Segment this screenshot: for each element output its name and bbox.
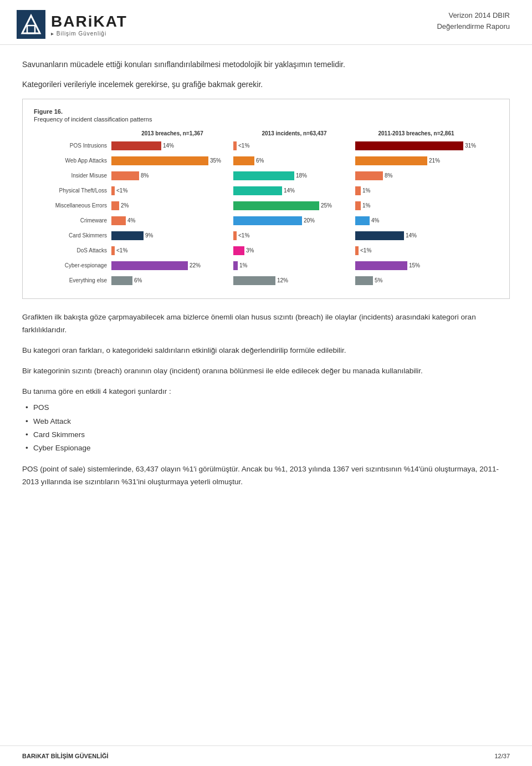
chart-row: Cyber-espionage22%1%15% bbox=[34, 260, 498, 272]
logo-text: BARiKAT ▸ Bilişim Güvenliği bbox=[51, 13, 127, 37]
bar-cell: 3% bbox=[233, 245, 355, 257]
bar-value-label: 8% bbox=[141, 173, 149, 179]
bullet-intro: Bu tanıma göre en etkili 4 kategori şunl… bbox=[22, 385, 510, 398]
row-label: Everything else bbox=[34, 277, 111, 283]
page-header: BARiKAT ▸ Bilişim Güvenliği Verizon 2014… bbox=[0, 0, 532, 45]
bar bbox=[355, 156, 427, 165]
bar-value-label: 22% bbox=[190, 262, 201, 268]
report-line2: Değerlendirme Raporu bbox=[437, 21, 510, 32]
bar-cell: 5% bbox=[355, 275, 477, 287]
figure-title: Frequency of incident classification pat… bbox=[34, 116, 498, 123]
bar-value-label: 20% bbox=[304, 217, 315, 224]
chart-row: Everything else6%12%5% bbox=[34, 275, 498, 287]
bar-value-label: <1% bbox=[116, 187, 127, 194]
bar-value-label: 5% bbox=[375, 277, 382, 283]
bar-cell: 6% bbox=[233, 155, 355, 167]
bar-value-label: 14% bbox=[406, 232, 417, 239]
bar-value-label: 1% bbox=[362, 187, 370, 194]
chart-row: Insider Misuse8%18%8% bbox=[34, 170, 498, 182]
bar-value-label: 25% bbox=[321, 202, 332, 209]
body-para4: POS (point of sale) sistemlerinde, 63,43… bbox=[22, 463, 510, 489]
logo-sub-text: ▸ Bilişim Güvenliği bbox=[51, 31, 127, 37]
bar bbox=[111, 276, 132, 285]
row-label: Insider Misuse bbox=[34, 173, 111, 179]
chart-row: Web App Attacks35%6%21% bbox=[34, 155, 498, 167]
bar bbox=[111, 246, 115, 255]
row-label: Web App Attacks bbox=[34, 158, 111, 164]
bar-value-label: 12% bbox=[277, 277, 288, 283]
list-item: Card Skimmers bbox=[33, 428, 510, 442]
bar-cell: 18% bbox=[233, 170, 355, 182]
row-label: Crimeware bbox=[34, 217, 111, 224]
bar-cell: 25% bbox=[233, 200, 355, 212]
bar bbox=[355, 201, 361, 210]
chart-row: Physical Theft/Loss<1%14%1% bbox=[34, 185, 498, 197]
row-label: DoS Attacks bbox=[34, 247, 111, 253]
bar bbox=[355, 231, 404, 240]
bar-cell: 14% bbox=[111, 140, 233, 152]
bar-value-label: 4% bbox=[127, 217, 135, 224]
row-label: POS Intrusions bbox=[34, 143, 111, 149]
body-para3: Bir kategorinin sızıntı (breach) oranını… bbox=[22, 365, 510, 378]
bar bbox=[233, 141, 237, 150]
figure-label: Figure 16. bbox=[34, 108, 498, 115]
bar-cell: <1% bbox=[355, 245, 477, 257]
body-para2: Bu kategori oran farkları, o kategoridek… bbox=[22, 344, 510, 357]
bar bbox=[111, 216, 126, 225]
bar bbox=[355, 261, 407, 270]
row-label: Cyber-espionage bbox=[34, 262, 111, 268]
bar-cell: 22% bbox=[111, 260, 233, 272]
bar-cell: 1% bbox=[355, 200, 477, 212]
bar-cell: 4% bbox=[355, 215, 477, 227]
bar bbox=[111, 186, 115, 195]
bar-value-label: 15% bbox=[409, 262, 420, 268]
bar bbox=[233, 261, 238, 270]
bar bbox=[355, 216, 370, 225]
bar-cell: 12% bbox=[233, 275, 355, 287]
footer-right: 12/37 bbox=[494, 753, 510, 759]
bar-cell: 2% bbox=[111, 200, 233, 212]
col1-header: 2013 breaches, n=1,367 bbox=[111, 130, 233, 136]
col2-header: 2013 incidents, n=63,437 bbox=[233, 130, 355, 136]
logo-icon bbox=[17, 10, 45, 39]
bar-cell: 21% bbox=[355, 155, 477, 167]
bar bbox=[355, 246, 359, 255]
bar-cell: 8% bbox=[355, 170, 477, 182]
bar bbox=[233, 171, 294, 180]
main-content: Savunanların mücadele ettiği konuları sı… bbox=[0, 45, 532, 510]
bar bbox=[111, 261, 188, 270]
bar-value-label: <1% bbox=[238, 143, 249, 149]
bar bbox=[355, 186, 361, 195]
bar bbox=[233, 186, 282, 195]
bar-cell: 14% bbox=[355, 230, 477, 242]
bar bbox=[355, 276, 373, 285]
bar bbox=[111, 156, 208, 165]
chart-row: Card Skimmers9%<1%14% bbox=[34, 230, 498, 242]
chart-row: Crimeware4%20%4% bbox=[34, 215, 498, 227]
bar-value-label: 35% bbox=[210, 158, 221, 164]
bar bbox=[233, 231, 237, 240]
bar-value-label: 9% bbox=[145, 232, 153, 239]
bar-cell: 20% bbox=[233, 215, 355, 227]
bar-value-label: 6% bbox=[256, 158, 264, 164]
bar bbox=[355, 141, 463, 150]
bar-cell: 4% bbox=[111, 215, 233, 227]
bar-cell: 31% bbox=[355, 140, 477, 152]
bar-value-label: 18% bbox=[296, 173, 307, 179]
chart-row: Miscellaneous Errors2%25%1% bbox=[34, 200, 498, 212]
bar-value-label: 14% bbox=[163, 143, 174, 149]
bar-value-label: <1% bbox=[238, 232, 249, 239]
bar-cell: <1% bbox=[111, 245, 233, 257]
bar-value-label: 1% bbox=[362, 202, 370, 209]
bar-value-label: 3% bbox=[246, 247, 254, 253]
bar bbox=[111, 201, 119, 210]
bar-value-label: 6% bbox=[134, 277, 142, 283]
logo-main-text: BARiKAT bbox=[51, 13, 127, 31]
page-footer: BARiKAT BİLİŞİM GÜVENLİĞİ 12/37 bbox=[0, 745, 532, 766]
bar-value-label: 8% bbox=[385, 173, 392, 179]
body-para1: Grafikten ilk bakışta göze çarpmayabilec… bbox=[22, 311, 510, 337]
list-item: Cyber Espionage bbox=[33, 442, 510, 455]
bar-cell: 14% bbox=[233, 185, 355, 197]
bar-cell: <1% bbox=[111, 185, 233, 197]
bar-value-label: <1% bbox=[360, 247, 371, 253]
